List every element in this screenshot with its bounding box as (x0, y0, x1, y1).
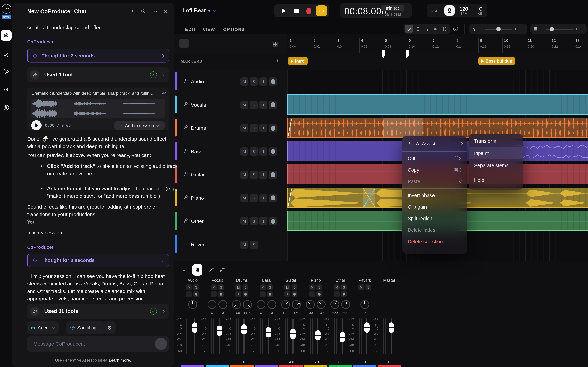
track-mute-button[interactable]: M (240, 147, 248, 155)
project-selector[interactable]: Lofi Beat (182, 8, 216, 14)
channel-mute-button[interactable]: M (186, 284, 192, 290)
channel-solo-button[interactable]: S (316, 284, 322, 290)
channel-input-button[interactable]: I (334, 291, 340, 297)
track-name[interactable]: Audio (191, 78, 204, 84)
track-mute-button[interactable]: M (240, 171, 248, 179)
track-mute-button[interactable]: M (240, 240, 248, 249)
channel-solo-button[interactable]: S (193, 284, 199, 290)
channel-record-button[interactable] (243, 291, 248, 297)
audio-waveform[interactable] (31, 99, 165, 118)
channel-solo-button[interactable]: S (267, 284, 273, 290)
menu-options[interactable]: OPTIONS (223, 27, 245, 32)
pan-knob[interactable] (341, 300, 350, 309)
channel-solo-button[interactable]: S (341, 284, 347, 290)
pan-knob[interactable] (281, 300, 290, 309)
learn-more-link[interactable]: Learn more. (109, 358, 131, 362)
zoom-in-button[interactable]: + (574, 26, 579, 32)
slider-thumb[interactable] (496, 27, 501, 31)
channel-record-button[interactable] (316, 291, 322, 297)
channel-input-button[interactable]: I (186, 291, 192, 297)
used-tools-summary[interactable]: Used 1 tool ✓ (26, 67, 169, 82)
channel-input-button[interactable]: I (285, 291, 290, 297)
chat-more-button[interactable]: ··· (151, 8, 158, 15)
track-menu-button[interactable]: ⋮ (280, 172, 284, 177)
chat-message-input[interactable]: Message CoProducer... ↑ (26, 336, 169, 352)
pan-knob[interactable] (188, 300, 197, 309)
track-name[interactable]: Piano (191, 195, 204, 201)
sidebar-item-magic-mic[interactable] (1, 67, 11, 76)
track-input-button[interactable]: I (259, 101, 268, 109)
play-button[interactable] (279, 7, 288, 15)
routing-tab[interactable] (218, 266, 226, 274)
tool-ibeam-button[interactable] (414, 25, 422, 33)
track-solo-button[interactable]: S (250, 124, 258, 132)
channel-mute-button[interactable]: M (260, 284, 266, 290)
track-solo-button[interactable]: S (250, 147, 258, 155)
menu-view[interactable]: VIEW (203, 27, 215, 32)
track-input-button[interactable]: I (259, 124, 268, 132)
channel-record-button[interactable] (267, 291, 273, 297)
bpm-control[interactable]: 120 BPM (458, 6, 470, 15)
slider-thumb[interactable] (550, 27, 554, 31)
record-button[interactable] (304, 7, 313, 15)
track-menu-button[interactable]: ⋮ (280, 102, 284, 107)
clip-drums[interactable] (287, 117, 588, 138)
volume-fader[interactable] (389, 323, 394, 333)
track-name[interactable]: Reverb (191, 242, 208, 247)
submenu-item-separate-stems[interactable]: Separate stems (468, 159, 523, 172)
pan-knob[interactable] (306, 300, 315, 309)
ai-assist-menu-item[interactable]: AI Assist (402, 137, 467, 150)
add-to-session-button[interactable]: + Add to session (114, 121, 165, 131)
used-tools-summary[interactable]: Used 11 tools ✓ (26, 304, 169, 319)
pan-knob[interactable] (268, 300, 276, 309)
play-preview-button[interactable] (31, 120, 42, 131)
tool-pointer-button[interactable] (423, 25, 431, 33)
track-record-arm-button[interactable] (269, 124, 277, 132)
track-name[interactable]: Bass (191, 148, 202, 154)
sampling-mode-button[interactable]: Sampling (66, 321, 105, 334)
track-solo-button[interactable]: S (250, 77, 258, 86)
channel-solo-button[interactable]: S (365, 284, 371, 290)
send-message-button[interactable]: ↑ (155, 338, 167, 350)
tool-knife-button[interactable] (405, 25, 413, 33)
channel-input-button[interactable]: I (309, 291, 315, 297)
sidebar-item-coproducer[interactable] (1, 30, 12, 41)
add-marker-button[interactable]: + (276, 58, 279, 64)
menu-item-invert-phase[interactable]: Invert phase (402, 190, 467, 201)
pan-knob[interactable] (218, 300, 227, 309)
clip-selection[interactable] (383, 117, 423, 138)
track-input-button[interactable]: I (259, 77, 268, 86)
submenu-item-inpaint[interactable]: Inpaint (468, 147, 523, 159)
menu-item-delete-selection[interactable]: Delete selection (402, 236, 467, 247)
channel-record-button[interactable] (341, 291, 347, 297)
track-solo-button[interactable]: S (250, 240, 258, 249)
track-menu-button[interactable]: ⋮ (280, 242, 284, 247)
track-solo-button[interactable]: S (250, 171, 258, 179)
sidebar-item-account[interactable] (1, 103, 11, 112)
pan-knob[interactable] (243, 300, 252, 309)
track-name[interactable]: Other (191, 218, 204, 224)
thought-summary[interactable]: Thought for 8 seconds (26, 253, 169, 267)
track-input-button[interactable]: I (259, 194, 268, 202)
menu-item-split-region[interactable]: Split region (402, 213, 467, 224)
tool-range-button[interactable] (440, 25, 449, 33)
channel-input-button[interactable]: I (211, 291, 217, 297)
channel-solo-button[interactable]: S (218, 284, 224, 290)
channel-record-button[interactable] (218, 291, 224, 297)
new-chat-button[interactable]: + (129, 8, 136, 15)
stop-button[interactable] (292, 7, 301, 15)
key-control[interactable]: C KEY (476, 6, 485, 15)
timeline-ruler[interactable]: 10:0020:0230:0440:0650:0860:1070:1280:14… (287, 34, 588, 53)
track-solo-button[interactable]: S (250, 217, 258, 225)
pan-knob[interactable] (330, 300, 339, 309)
track-menu-button[interactable]: ⋮ (280, 195, 284, 200)
pan-knob[interactable] (257, 300, 265, 309)
track-record-arm-button[interactable] (269, 217, 277, 225)
pan-knob[interactable] (317, 300, 326, 309)
tool-move-button[interactable] (432, 25, 440, 33)
grid-zoom-slider[interactable] (546, 28, 573, 29)
count-in-button[interactable]: 4 3 2 1 (432, 9, 444, 13)
time-mode-minsec[interactable]: min:sec (381, 5, 404, 11)
zoom-in-button[interactable]: + (513, 26, 518, 32)
channel-mute-button[interactable]: M (309, 284, 315, 290)
